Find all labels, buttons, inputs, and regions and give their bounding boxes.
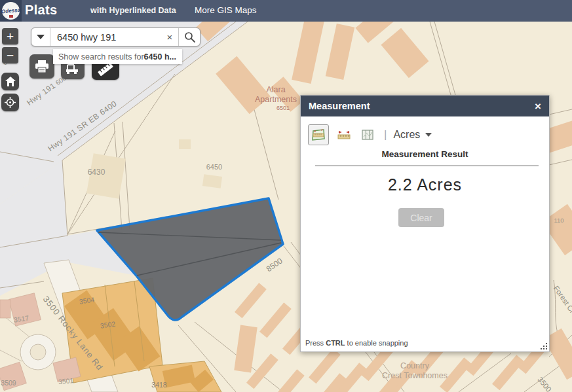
- result-separator: [315, 166, 539, 166]
- parcel-label: 3501: [58, 376, 74, 385]
- suggestion-prefix: Show search results for: [58, 52, 144, 62]
- draw-icon: [66, 63, 80, 75]
- snapping-hint-key: CTRL: [326, 339, 345, 347]
- search-suggestion[interactable]: Show search results for 6450 h...: [53, 49, 182, 64]
- measurement-panel-title: Measurement: [309, 101, 370, 111]
- app-window: Hwy 191 6000 6000 Hwy 191 SR EB 6400 643…: [0, 0, 572, 392]
- parcel-label: 3509: [1, 379, 16, 387]
- search-icon: [184, 31, 195, 43]
- place-label: Alara: [266, 85, 285, 94]
- top-bar: Odessa Plats with Hyperlinked Data More …: [0, 0, 572, 22]
- place-label: Apartments: [255, 95, 297, 104]
- zoom-in-button[interactable]: +: [2, 28, 18, 45]
- zoom-out-button[interactable]: −: [2, 47, 18, 63]
- area-measure-icon: [311, 128, 326, 142]
- app-subtitle: with Hyperlinked Data: [90, 6, 176, 15]
- odessa-logo-badge: Odessa: [2, 2, 20, 20]
- page-title: Plats: [25, 3, 57, 18]
- home-button[interactable]: [1, 73, 19, 90]
- snapping-hint: Press CTRL to enable snapping: [305, 339, 408, 347]
- measurement-result-heading: Measurement Result: [301, 149, 549, 159]
- location-measure-icon: [361, 128, 374, 141]
- measure-area-button[interactable]: [308, 124, 329, 145]
- parcel-label: 110: [554, 217, 563, 224]
- measure-location-button[interactable]: [359, 126, 376, 143]
- print-button[interactable]: [29, 54, 54, 79]
- search-clear-button[interactable]: ×: [161, 28, 178, 46]
- measurement-result-value: 2.2 Acres: [301, 175, 549, 194]
- clear-button[interactable]: Clear: [398, 208, 444, 227]
- more-gis-maps-link[interactable]: More GIS Maps: [195, 5, 257, 15]
- suggestion-term: 6450 h...: [144, 52, 176, 62]
- locate-crosshair-icon: [5, 97, 16, 108]
- unit-dropdown[interactable]: Acres: [393, 129, 432, 141]
- odessa-logo[interactable]: Odessa: [0, 0, 22, 22]
- parcel-label: 6450: [206, 163, 222, 171]
- snapping-hint-prefix: Press: [305, 339, 326, 347]
- chevron-down-icon: [425, 133, 432, 137]
- parcel-label: 6430: [88, 168, 105, 177]
- panel-resize-handle[interactable]: [540, 342, 547, 349]
- search-submit-button[interactable]: [178, 28, 200, 46]
- snapping-hint-suffix: to enable snapping: [345, 339, 408, 347]
- place-label: Crest Townhomes: [382, 371, 448, 380]
- measurement-panel-header[interactable]: Measurement ×: [301, 96, 549, 116]
- locate-button[interactable]: [1, 94, 19, 111]
- texas-flag-icon: [9, 15, 13, 18]
- measurement-panel: Measurement ×: [300, 95, 550, 352]
- home-icon: [5, 77, 16, 86]
- distance-measure-icon: [337, 128, 351, 141]
- parcel-label: 3418: [151, 381, 167, 389]
- chevron-down-icon: [37, 35, 45, 39]
- measurement-toolbar: | Acres: [308, 124, 432, 146]
- measurement-panel-close-button[interactable]: ×: [535, 101, 541, 112]
- unit-dropdown-label: Acres: [393, 129, 420, 141]
- search-input[interactable]: [50, 28, 161, 46]
- measure-ruler-icon: [97, 62, 114, 77]
- place-label: 6501: [276, 105, 290, 111]
- search-source-dropdown[interactable]: [31, 28, 50, 46]
- place-label: Country: [400, 361, 430, 370]
- search-bar: ×: [31, 27, 200, 46]
- measure-distance-button[interactable]: [335, 126, 353, 143]
- print-icon: [35, 60, 49, 73]
- toolbar-divider: |: [384, 128, 387, 141]
